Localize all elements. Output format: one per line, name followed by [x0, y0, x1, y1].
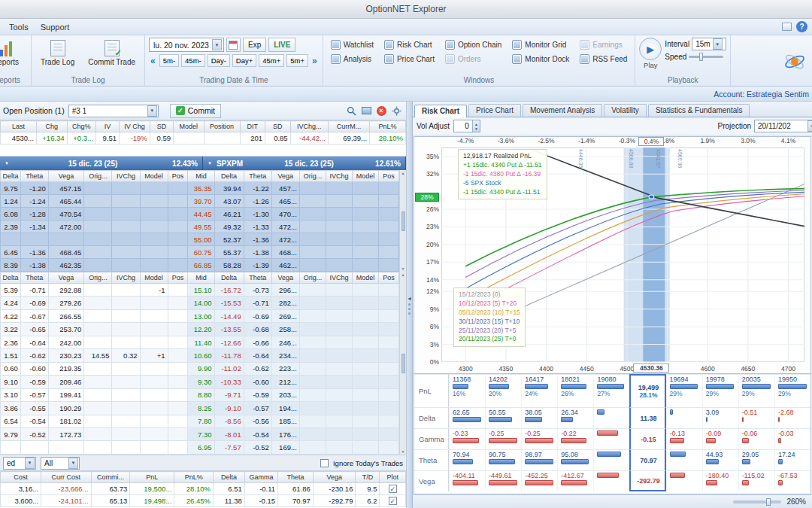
trade-log-button[interactable]: Trade Log — [35, 38, 80, 68]
account-name[interactable]: Account: Estrategia Sentim — [714, 90, 809, 99]
option-row[interactable]: 0.60-0.60219.359.90-11.02-0.62223... — [1, 362, 399, 375]
scroll-up-icon[interactable]: ▲ — [401, 171, 405, 175]
option-row[interactable]: 9.10-0.59209.469.30-10.33-0.60212... — [1, 376, 399, 388]
reports-button[interactable]: Reports — [0, 38, 24, 68]
tab-movement-analysis[interactable]: Movement Analysis — [523, 104, 602, 117]
option-row[interactable]: 4.22-0.67266.5513.00-14.49-0.69269... — [1, 309, 399, 322]
totals-row[interactable]: 3,16...-23,666...63.7319,500...28.10%6.5… — [1, 483, 406, 495]
nav-button-5m-[interactable]: 5m- — [159, 54, 179, 67]
option-row[interactable]: 9.75-1.20457.1535.3539.94-1.22457... — [1, 182, 399, 195]
collapse-icon[interactable]: ▼ — [208, 161, 212, 166]
option-row[interactable]: 3.22-0.65253.7012.20-13.55-0.68258... — [1, 323, 399, 336]
help-icon[interactable]: ? — [796, 21, 807, 32]
collapse-left-icon[interactable]: ◄ — [407, 296, 412, 301]
nav-button-day+[interactable]: Day+ — [232, 54, 256, 67]
option-row[interactable]: 3.86-0.55190.298.25-9.10-0.57194... — [1, 402, 399, 415]
nav-button-5m+[interactable]: 5m+ — [286, 54, 308, 67]
tab-volatility[interactable]: Volatility — [604, 104, 647, 117]
snapshot-button[interactable] — [359, 104, 373, 117]
summary-row[interactable]: 4530...+16.34+0.3...9.51-19%0.592010.85-… — [1, 132, 406, 144]
window-layout-icon[interactable] — [782, 23, 792, 31]
live-button[interactable]: LIVE — [268, 38, 295, 52]
projection-date-select[interactable]: 20/11/202 ▼ — [754, 120, 812, 132]
option-row[interactable]: 55.0052.37-1.36472... — [1, 233, 399, 246]
menu-support[interactable]: Support — [33, 21, 77, 33]
window-toggle-risk-chart[interactable]: Risk Chart — [380, 38, 438, 51]
option-row[interactable]: 6.08-1.28470.5444.4546.21-1.30470... — [1, 208, 399, 221]
option-row[interactable]: 5.39-0.71292.88-115.10-16.72-0.73296... — [1, 284, 399, 297]
chevron-down-icon[interactable]: ▼ — [25, 458, 35, 469]
step-forward-icon[interactable]: » — [311, 56, 319, 66]
option-row[interactable]: 2.39-1.34472.0049.5549.32-1.33472... — [1, 221, 399, 233]
trading-date-input[interactable]: lu. 20 nov. 2023 ▼ — [149, 38, 224, 52]
plot-checkbox[interactable]: ✓ — [389, 497, 397, 505]
option-row[interactable]: 1.51-0.62230.2314.550.32+110.60-11.78-0.… — [1, 349, 399, 362]
commit-button[interactable]: ✓ Commit — [170, 104, 221, 118]
chevron-down-icon[interactable]: ▼ — [68, 458, 78, 469]
chevron-down-icon[interactable]: ▼ — [713, 38, 723, 50]
calendar-button[interactable] — [226, 38, 241, 52]
window-toggle-monitor-dock[interactable]: Monitor Dock — [508, 52, 573, 65]
speed-slider[interactable] — [689, 56, 723, 58]
risk-chart[interactable]: 12,918.17 Realized PnL+1 15dic. 4340 Put… — [414, 136, 811, 374]
nav-button-45m+[interactable]: 45m+ — [259, 54, 284, 67]
option-row[interactable]: 9.79-0.52172.737.30-8.01-0.54176... — [1, 427, 399, 440]
collapse-icon[interactable]: ▼ — [5, 161, 9, 166]
close-position-button[interactable]: × — [374, 104, 388, 117]
menu-tools[interactable]: Tools — [2, 21, 36, 33]
step-back-icon[interactable]: « — [149, 56, 157, 66]
option-row[interactable]: 6.95-7.57-0.52169... — [1, 441, 399, 455]
speed-label: Speed — [665, 53, 686, 61]
tab-statistics-fundamentals[interactable]: Statistics & Fundamentals — [648, 104, 750, 117]
scrollbar-thumb[interactable] — [401, 211, 405, 231]
type-filter-select[interactable]: All ▼ — [41, 457, 80, 470]
commit-trade-button[interactable]: ✓ Commit Trade — [83, 38, 141, 68]
interval-select[interactable]: 15m ▼ — [692, 38, 726, 50]
plot-checkbox[interactable]: ✓ — [389, 485, 397, 493]
window-toggle-option-chain[interactable]: Option Chain — [441, 38, 505, 51]
totals-row[interactable]: 3,600...-24,101...65.1319,498...26.45%11… — [1, 495, 406, 507]
nav-button-day-[interactable]: Day- — [208, 54, 230, 67]
vol-adjust-stepper[interactable]: 0 ▲▼ — [453, 120, 480, 132]
speed-slider-thumb[interactable] — [699, 53, 703, 61]
scrollbar-thumb[interactable] — [401, 354, 405, 373]
option-row[interactable]: 6.45-1.36468.4560.7555.37-1.38468... — [1, 246, 399, 259]
window-toggle-rss-feed[interactable]: RSS Feed — [576, 52, 631, 65]
window-toggle-watchlist[interactable]: Watchlist — [327, 38, 377, 51]
option-row[interactable]: 8.39-1.38462.3566.8558.28-1.39462... — [1, 259, 399, 272]
option-row[interactable]: 2.36-0.64242.0011.40-12.66-0.66246... — [1, 336, 399, 348]
option-row[interactable]: 4.24-0.69279.2614.00-15.53-0.71282... — [1, 297, 399, 309]
spin-down-icon[interactable]: ▼ — [474, 126, 478, 131]
scrollbar[interactable]: ▲▼ — [399, 170, 406, 272]
tab-price-chart[interactable]: Price Chart — [468, 104, 521, 117]
zoom-button[interactable] — [344, 104, 358, 117]
window-toggle-analysis[interactable]: Analysis — [327, 52, 377, 65]
window-toggle-monitor-grid[interactable]: Monitor Grid — [508, 38, 573, 51]
expiration-bar[interactable]: ▼ 15 dic. 23 (25) 12.43% — [0, 157, 203, 170]
ignore-trades-checkbox[interactable] — [320, 459, 329, 467]
scroll-down-icon[interactable]: ▼ — [401, 449, 405, 454]
panel-splitter[interactable]: ◄ — [406, 102, 413, 508]
tab-risk-chart[interactable]: Risk Chart — [414, 105, 467, 117]
chevron-down-icon[interactable]: ▼ — [807, 120, 812, 132]
position-selector[interactable]: #3 1 ▼ — [68, 105, 159, 117]
scroll-up-icon[interactable]: ▲ — [401, 272, 405, 277]
nav-button-45m-[interactable]: 45m- — [181, 54, 205, 67]
option-row[interactable]: 1.24-1.24465.4439.7043.07-1.26465... — [1, 195, 399, 208]
scroll-down-icon[interactable]: ▼ — [401, 266, 405, 271]
option-row[interactable]: 6.54-0.54181.027.80-8.56-0.56185... — [1, 415, 399, 427]
window-toggle-orders[interactable]: Orders — [441, 52, 505, 65]
expiration-bar[interactable]: ▼ SPXPM 15 dic. 23 (25) 12.61% — [203, 157, 406, 170]
chevron-down-icon[interactable]: ▼ — [212, 39, 222, 50]
play-button[interactable]: ▶ — [639, 38, 662, 60]
zoom-slider[interactable] — [733, 500, 781, 503]
window-toggle-earnings[interactable]: Earnings — [576, 38, 631, 51]
chevron-down-icon[interactable]: ▼ — [147, 105, 157, 117]
exp-button[interactable]: Exp — [243, 38, 266, 52]
option-row[interactable]: 3.10-0.57199.418.80-9.71-0.59203... — [1, 388, 399, 401]
scrollbar[interactable]: ▲▼ — [399, 272, 406, 455]
settings-button[interactable] — [389, 104, 403, 117]
zoom-slider-thumb[interactable] — [766, 498, 771, 506]
window-toggle-price-chart[interactable]: Price Chart — [380, 52, 438, 65]
trade-filter-select[interactable]: ed ▼ — [3, 457, 36, 470]
